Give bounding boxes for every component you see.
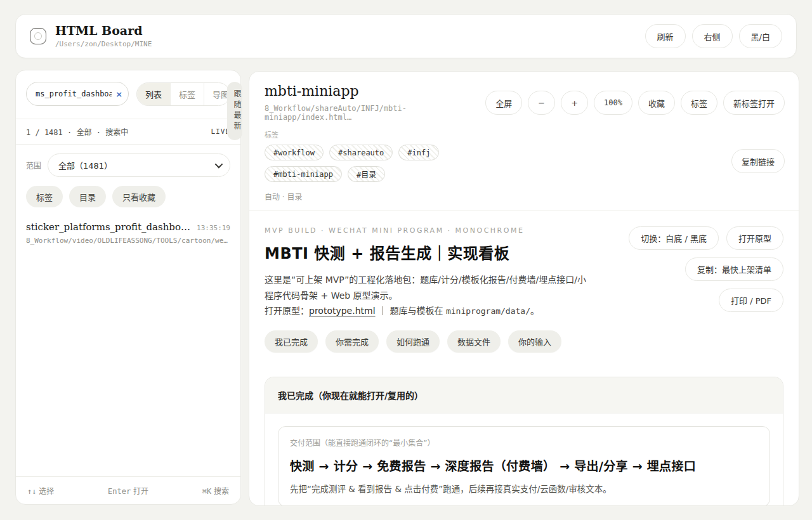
nav-pill-todo[interactable]: 你需完成 — [325, 330, 379, 353]
app-root-path: /Users/zon/Desktop/MINE — [55, 40, 645, 48]
open-prototype-prefix: 打开原型： — [265, 306, 309, 316]
zoom-level-button[interactable]: 100% — [594, 91, 632, 115]
print-pdf-button[interactable]: 打印 / PDF — [719, 289, 783, 312]
view-mode-segmented-control: 列表 标签 导图 — [136, 82, 230, 106]
section-done: 我已完成（你现在就能打开/复用的） 交付范围（能直接跑通闭环的“最小集合”） 快… — [265, 377, 783, 505]
list-item[interactable]: sticker_platforms_profit_dashboard.h… 13… — [26, 221, 230, 245]
black-white-toggle-button[interactable]: 黑/白 — [739, 24, 782, 48]
sidebar: 跟随最新 × 列表 标签 导图 1 / 1481 · 全部 · 搜索中 LIVE… — [15, 70, 241, 505]
file-title: mbti-miniapp — [265, 83, 468, 99]
search-input[interactable] — [36, 89, 112, 98]
search-box[interactable]: × — [26, 82, 129, 106]
doc-title: MBTI 快测 + 报告生成｜实现看板 — [265, 241, 588, 263]
hint-cmdk-label: 搜索 — [214, 487, 229, 496]
doc-kicker: MVP BUILD · WECHAT MINI PROGRAM · MONOCH… — [265, 226, 588, 235]
search-clear-icon[interactable]: × — [115, 90, 122, 98]
tab-map-view[interactable]: 导图 — [204, 83, 230, 105]
open-prototype-button[interactable]: 打开原型 — [726, 226, 783, 250]
hint-enter-label: 打开 — [133, 487, 148, 496]
right-side-button[interactable]: 右侧 — [692, 24, 733, 48]
search-result-list: sticker_platforms_profit_dashboard.h… 13… — [16, 207, 240, 476]
copy-link-button[interactable]: 复制链接 — [731, 149, 785, 173]
copy-launch-checklist-button[interactable]: 复制：最快上架清单 — [685, 257, 783, 281]
document-preview: MVP BUILD · WECHAT MINI PROGRAM · MONOCH… — [249, 211, 799, 505]
hint-enter-key: Enter — [108, 487, 131, 496]
result-item-time: 13:35:19 — [197, 224, 230, 232]
file-path: 8_Workflow/shareAuto/INFJ/mbti-miniapp/i… — [265, 104, 468, 122]
nav-pill-datafiles[interactable]: 数据文件 — [447, 330, 501, 353]
prototype-link[interactable]: prototype.html — [309, 306, 376, 316]
app-header: HTML Board /Users/zon/Desktop/MINE 刷新 右侧… — [15, 14, 797, 58]
hint-arrows-label: 选择 — [39, 487, 54, 496]
hint-cmdk-key: ⌘K — [202, 487, 211, 496]
sidebar-footer-hints: ↑↓ 选择 Enter 打开 ⌘K 搜索 — [16, 476, 240, 504]
pipeline-flow-text: 快测 → 计分 → 免费报告 → 深度报告（付费墙） → 导出/分享 → 埋点接… — [290, 457, 758, 474]
favorite-button[interactable]: 收藏 — [638, 91, 675, 115]
app-title: HTML Board — [55, 24, 645, 38]
tag-infj[interactable]: #infj — [398, 145, 439, 160]
result-count-status: 1 / 1481 · 全部 · 搜索中 — [26, 126, 128, 137]
nav-pill-howto[interactable]: 如何跑通 — [386, 330, 440, 353]
filter-directory-button[interactable]: 目录 — [69, 186, 106, 207]
open-new-tab-button[interactable]: 新标签打开 — [723, 91, 785, 115]
result-item-title: sticker_platforms_profit_dashboard.h… — [26, 221, 192, 233]
delivery-scope-card: 交付范围（能直接跑通闭环的“最小集合”） 快测 → 计分 → 免费报告 → 深度… — [278, 426, 770, 505]
filter-favorites-button[interactable]: 只看收藏 — [112, 186, 166, 207]
doc-description: 这里是“可上架 MVP”的工程化落地包：题库/计分/模板化报告/付费墙/埋点接口… — [265, 275, 586, 301]
app-logo-icon — [30, 28, 46, 44]
tag-button[interactable]: 标签 — [681, 91, 717, 115]
tags-label: 标签 — [265, 129, 468, 140]
chevron-down-icon — [215, 160, 223, 169]
filter-tags-button[interactable]: 标签 — [26, 186, 63, 207]
tab-tags-view[interactable]: 标签 — [171, 83, 204, 105]
toggle-theme-button[interactable]: 切换：白底 / 黑底 — [629, 226, 719, 250]
tag-shareauto[interactable]: #shareauto — [329, 145, 393, 160]
file-meta: 自动 · 目录 — [265, 191, 468, 202]
open-prototype-mid: ｜ 题库与模板在 — [376, 306, 446, 316]
open-prototype-suffix: 。 — [530, 306, 539, 316]
tab-list-view[interactable]: 列表 — [137, 83, 171, 105]
nav-pill-done[interactable]: 我已完成 — [265, 330, 318, 353]
preview-panel: mbti-miniapp 8_Workflow/shareAuto/INFJ/m… — [249, 71, 799, 506]
refresh-button[interactable]: 刷新 — [645, 24, 686, 48]
scope-card-note: 先把“完成测评 & 看到报告 & 点击付费”跑通，后续再接真实支付/云函数/审核… — [290, 483, 758, 497]
tag-mbti-miniapp[interactable]: #mbti-miniapp — [265, 166, 342, 182]
follow-latest-toggle[interactable]: 跟随最新 — [227, 82, 242, 140]
zoom-in-button[interactable]: + — [561, 91, 588, 115]
section-done-header: 我已完成（你现在就能打开/复用的） — [265, 377, 783, 413]
fullscreen-button[interactable]: 全屏 — [485, 91, 522, 115]
scope-card-label: 交付范围（能直接跑通闭环的“最小集合”） — [290, 437, 758, 448]
nav-pill-your-input[interactable]: 你的输入 — [508, 330, 561, 353]
data-dir-code: miniprogram/data/ — [446, 306, 530, 316]
scope-label: 范围 — [26, 160, 41, 171]
tag-directory[interactable]: #目录 — [348, 166, 385, 182]
result-item-path: 8_Workflow/video/OLDLIFEASSONG/TOOLS/car… — [26, 237, 230, 245]
hint-arrows-key: ↑↓ — [27, 487, 36, 496]
zoom-out-button[interactable]: − — [528, 91, 555, 115]
scope-select[interactable]: 全部（1481） — [48, 153, 230, 177]
tag-workflow[interactable]: #workflow — [265, 145, 324, 160]
scope-selected-value: 全部（1481） — [58, 159, 112, 171]
